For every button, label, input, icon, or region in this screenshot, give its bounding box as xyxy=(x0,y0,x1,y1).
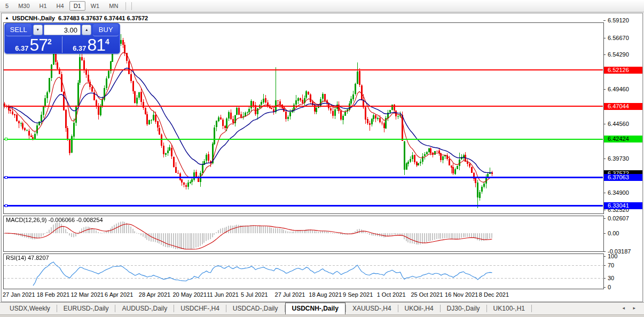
date-axis-label: 18 Aug 2021 xyxy=(309,291,342,298)
sell-price-big: 57 xyxy=(29,37,48,53)
indicator-tick-mark xyxy=(603,287,606,288)
price-tick-label: 6.39730 xyxy=(608,155,629,162)
level-line-handle[interactable] xyxy=(5,176,7,179)
chart-tab-usdcad-daily[interactable]: USDCAD-,Daily xyxy=(226,303,285,314)
price-tick-label: 6.56670 xyxy=(608,35,629,41)
timeframe-button-w1[interactable]: W1 xyxy=(87,1,104,11)
buy-button[interactable]: BUY xyxy=(93,24,119,36)
price-tick-label: 6.44560 xyxy=(608,121,629,127)
indicator-tick-mark xyxy=(603,278,606,279)
horizontal-level-line[interactable] xyxy=(4,205,603,207)
price-tick-mark xyxy=(603,20,606,21)
indicator-tick-mark xyxy=(603,251,606,252)
volume-increase-icon[interactable]: ▴ xyxy=(82,25,91,35)
timeframe-button-m30[interactable]: M30 xyxy=(14,1,34,11)
trade-panel-prices: 6.37 57 2 6.37 81 4 xyxy=(5,36,120,53)
level-price-label: 6.42424 xyxy=(604,136,642,142)
trade-panel-controls: SELL ▾ ▴ BUY xyxy=(5,23,120,36)
level-price-label: 6.52126 xyxy=(604,67,642,74)
price-tick-label: 6.49460 xyxy=(608,86,629,92)
collapse-arrow-icon[interactable]: ▲ xyxy=(5,15,9,21)
timeframe-button-5[interactable]: 5 xyxy=(1,1,13,11)
indicator-tick-label: 100 xyxy=(608,253,617,259)
timeframe-button-h1[interactable]: H1 xyxy=(35,1,51,11)
date-axis-label: 20 May 2021 xyxy=(173,291,207,298)
date-axis-label: 9 Sep 2021 xyxy=(343,291,373,298)
rsi-indicator-canvas[interactable] xyxy=(4,254,603,288)
buy-price-big: 81 xyxy=(87,37,105,53)
level-price-label: 6.33041 xyxy=(604,202,642,209)
buy-price-prefix: 6.37 xyxy=(73,44,86,52)
chart-tab-usdx-weekly[interactable]: USDX,Weekly xyxy=(3,303,57,314)
indicator-tick-label: 0 xyxy=(608,284,611,290)
chart-tab-bar: USDX,WeeklyEURUSD-,DailyAUDUSD-,DailyUSD… xyxy=(0,302,644,314)
price-tick-mark xyxy=(603,54,606,55)
chart-tab-uk100-h1[interactable]: UK100-,H1 xyxy=(487,303,531,314)
toolbar-separator xyxy=(131,2,132,10)
sell-price-sup: 2 xyxy=(48,37,52,46)
chart-ohlc-values: 6.37483 6.37637 6.37441 6.37572 xyxy=(58,15,148,21)
one-click-trading-panel: SELL ▾ ▴ BUY 6.37 57 2 6.37 81 4 xyxy=(4,23,120,54)
sell-price[interactable]: 6.37 57 2 xyxy=(5,36,62,53)
chart-tab-usdcnh-daily[interactable]: USDCNH-,Daily xyxy=(285,303,345,315)
indicator-tick-label: 70 xyxy=(608,262,614,268)
timeframe-button-d1[interactable]: D1 xyxy=(69,1,85,11)
macd-label: MACD(12,26,9) -0.006066 -0.008254 xyxy=(6,217,103,223)
toolbar-separator xyxy=(125,2,126,10)
buy-price[interactable]: 6.37 81 4 xyxy=(62,36,120,53)
indicator-tick-mark xyxy=(603,233,606,234)
tab-scroll-left-icon[interactable]: ◂ xyxy=(622,305,625,311)
price-tick-label: 6.59120 xyxy=(608,17,629,23)
date-axis-label: 1 Oct 2021 xyxy=(377,291,406,298)
trading-terminal: 5M30H1H4D1W1MN ▲ USDCNH-,Daily 6.37483 6… xyxy=(0,0,644,317)
date-axis-label: 25 Oct 2021 xyxy=(411,291,443,298)
level-price-label: 6.47044 xyxy=(604,103,642,110)
volume-decrease-icon[interactable]: ▾ xyxy=(33,25,43,35)
level-line-handle[interactable] xyxy=(5,138,7,140)
chart-tab-xauusd-h4[interactable]: XAUUSD-,H4 xyxy=(346,303,398,314)
volume-input[interactable] xyxy=(44,25,81,35)
date-axis-label: 27 Jul 2021 xyxy=(275,291,305,298)
price-tick-label: 6.34900 xyxy=(608,189,629,196)
chart-tab-dj30-daily[interactable]: DJ30-,Daily xyxy=(441,303,486,314)
chart-tab-eurusd-daily[interactable]: EURUSD-,Daily xyxy=(57,303,115,314)
tab-scroll-right-icon[interactable]: ▸ xyxy=(633,305,635,311)
indicator-tick-mark xyxy=(603,218,606,219)
timeframe-button-h4[interactable]: H4 xyxy=(52,1,68,11)
chart-tab-ukoil-h4[interactable]: UKOil-,H4 xyxy=(398,303,440,314)
indicator-tick-label: 0.00 xyxy=(608,230,619,236)
timeframe-toolbar: 5M30H1H4D1W1MN xyxy=(0,0,644,12)
price-tick-mark xyxy=(603,89,606,90)
horizontal-level-line[interactable] xyxy=(4,139,603,140)
horizontal-level-line[interactable] xyxy=(4,106,603,107)
date-axis-label: 27 Jan 2021 xyxy=(3,291,35,298)
chart-tab-audusd-daily[interactable]: AUDUSD-,Daily xyxy=(115,303,174,314)
horizontal-level-line[interactable] xyxy=(4,69,603,70)
rsi-label: RSI(14) 47.8207 xyxy=(6,255,49,261)
level-line-handle[interactable] xyxy=(5,204,7,207)
status-bar xyxy=(0,314,644,317)
chart-symbol-title: USDCNH-,Daily xyxy=(12,15,55,21)
price-tick-mark xyxy=(603,193,606,193)
date-axis-label: 5 Jul 2021 xyxy=(241,291,268,298)
price-tick-mark xyxy=(603,124,606,124)
indicator-tick-label: 0.02607 xyxy=(608,215,629,221)
level-price-label: 6.37063 xyxy=(604,174,642,181)
tab-separator xyxy=(531,305,532,312)
sell-price-prefix: 6.37 xyxy=(15,44,28,52)
price-tick-mark xyxy=(603,210,606,210)
sell-button[interactable]: SELL xyxy=(6,24,32,36)
date-axis-label: 28 Apr 2021 xyxy=(139,291,170,298)
price-tick-label: 6.54290 xyxy=(608,51,629,58)
chart-tab-usdchf-h4[interactable]: USDCHF-,H4 xyxy=(174,303,226,314)
timeframe-button-mn[interactable]: MN xyxy=(105,1,122,11)
indicator-tick-mark xyxy=(603,256,606,257)
date-axis-label: 8 Dec 2021 xyxy=(479,291,509,298)
date-axis-label: 6 Apr 2021 xyxy=(105,291,133,298)
horizontal-level-line[interactable] xyxy=(4,177,603,178)
date-axis-label: 16 Nov 2021 xyxy=(445,291,478,298)
price-tick-mark xyxy=(603,38,606,38)
date-axis-label: 12 Mar 2021 xyxy=(70,291,104,298)
indicator-tick-mark xyxy=(603,265,606,266)
date-axis-label: 11 Jun 2021 xyxy=(207,291,239,298)
